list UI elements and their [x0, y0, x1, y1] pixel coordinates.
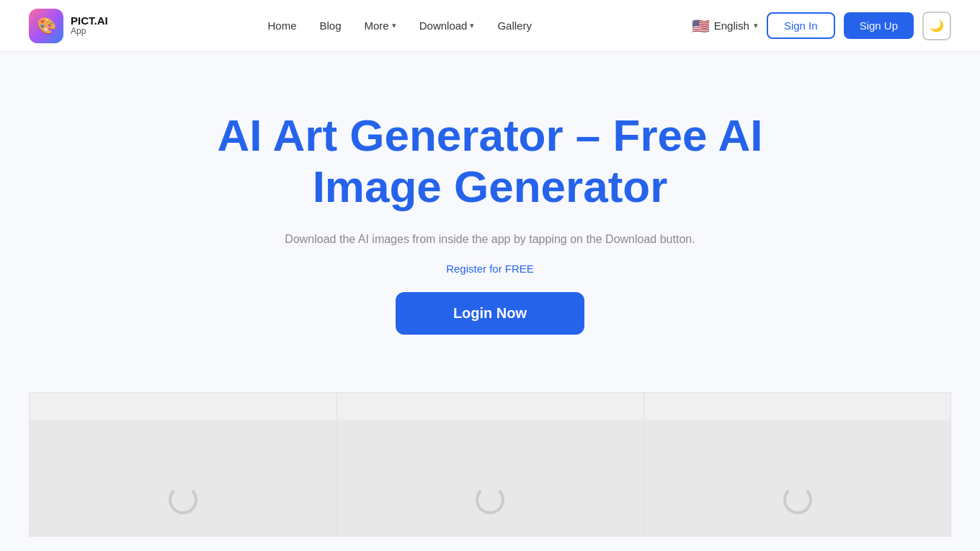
- sign-up-button[interactable]: Sign Up: [844, 12, 914, 39]
- language-label: English: [714, 19, 749, 32]
- moon-icon: 🌙: [930, 19, 944, 32]
- gallery-col-3: [643, 392, 951, 537]
- navbar: 🎨 PICT.AI App Home Blog More ▾ Download …: [0, 0, 980, 52]
- hero-section: AI Art Generator – Free AI Image Generat…: [0, 52, 980, 363]
- gallery-col-2: [337, 392, 644, 537]
- logo-name: PICT.AI: [71, 15, 108, 27]
- gallery-placeholder-3: [644, 420, 950, 536]
- gallery-placeholder-1: [30, 420, 337, 536]
- logo-emoji: 🎨: [37, 17, 56, 35]
- dark-mode-button[interactable]: 🌙: [922, 12, 951, 40]
- login-button[interactable]: Login Now: [396, 292, 584, 335]
- logo-text: PICT.AI App: [71, 15, 108, 37]
- language-chevron-icon: ▾: [754, 21, 758, 30]
- gallery-col-1: [29, 392, 337, 537]
- nav-blog[interactable]: Blog: [319, 19, 341, 32]
- loading-spinner-1: [169, 485, 197, 514]
- nav-download[interactable]: Download ▾: [419, 19, 475, 32]
- loading-spinner-2: [476, 485, 504, 514]
- nav-home[interactable]: Home: [267, 19, 296, 32]
- nav-links: Home Blog More ▾ Download ▾ Gallery: [267, 19, 531, 32]
- sign-in-button[interactable]: Sign In: [767, 12, 835, 39]
- more-chevron-icon: ▾: [392, 21, 396, 30]
- download-chevron-icon: ▾: [470, 21, 474, 30]
- logo-icon: 🎨: [29, 9, 63, 43]
- loading-spinner-3: [783, 485, 812, 514]
- nav-gallery[interactable]: Gallery: [497, 19, 532, 32]
- gallery-section: [0, 363, 980, 537]
- register-link[interactable]: Register for FREE: [446, 263, 534, 275]
- hero-subtitle: Download the AI images from inside the a…: [285, 230, 695, 249]
- flag-icon: 🇺🇸: [692, 17, 710, 35]
- gallery-grid: [29, 392, 951, 537]
- logo[interactable]: 🎨 PICT.AI App: [29, 9, 108, 43]
- gallery-placeholder-2: [337, 420, 644, 536]
- logo-sub: App: [71, 27, 108, 36]
- hero-title: AI Art Generator – Free AI Image Generat…: [209, 110, 771, 213]
- nav-more[interactable]: More ▾: [365, 19, 396, 32]
- language-selector[interactable]: 🇺🇸 English ▾: [692, 17, 758, 35]
- navbar-actions: 🇺🇸 English ▾ Sign In Sign Up 🌙: [692, 12, 951, 40]
